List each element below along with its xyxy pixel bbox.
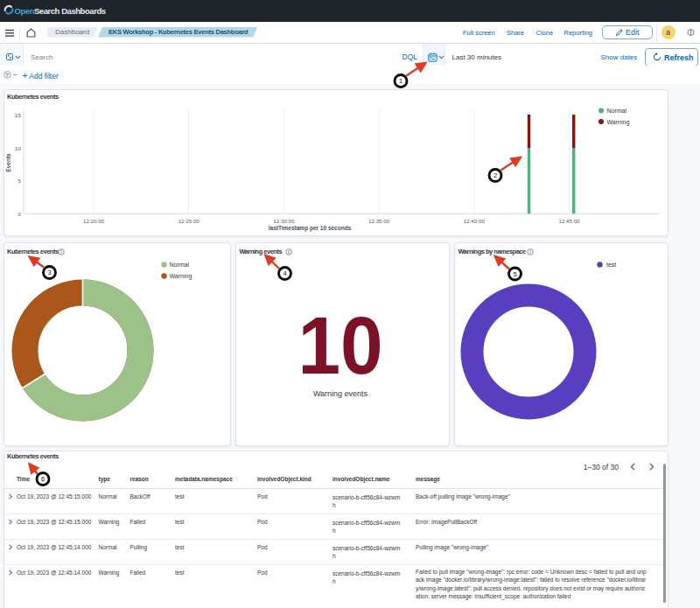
svg-text:6: 6 bbox=[41, 475, 45, 483]
svg-text:4: 4 bbox=[283, 269, 286, 277]
svg-text:1: 1 bbox=[399, 77, 402, 85]
svg-text:3: 3 bbox=[47, 269, 51, 276]
svg-text:5: 5 bbox=[513, 270, 516, 278]
svg-text:2: 2 bbox=[494, 171, 497, 179]
